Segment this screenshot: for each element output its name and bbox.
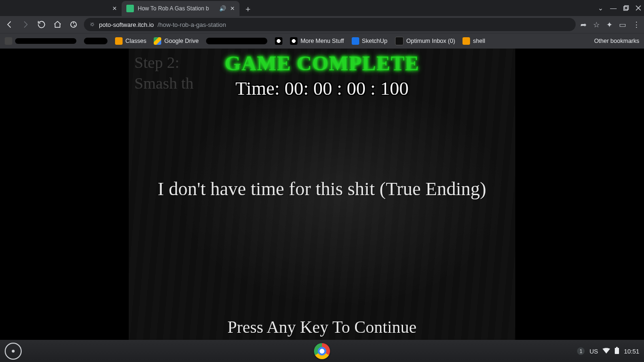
svg-rect-7 — [616, 347, 618, 348]
bookmark-label: Classes — [125, 38, 146, 44]
extensions-icon[interactable]: ✦ — [606, 20, 612, 29]
bookmark-item[interactable]: shell — [462, 37, 485, 45]
bookmark-item[interactable] — [275, 37, 282, 45]
wifi-icon[interactable] — [603, 348, 610, 355]
globe-icon — [290, 37, 297, 45]
bookmark-redacted[interactable] — [84, 38, 107, 44]
bookmark-favicon-icon — [352, 37, 359, 45]
bookmark-label: Google Drive — [164, 38, 198, 44]
bookmark-label: SketchUp — [362, 38, 388, 44]
google-search-icon[interactable] — [68, 19, 79, 30]
other-bookmarks-folder[interactable]: Other bookmarks — [591, 38, 639, 44]
side-panel-icon[interactable]: ▭ — [619, 20, 626, 29]
svg-line-6 — [74, 25, 75, 26]
launcher-button[interactable] — [5, 343, 22, 360]
bookmark-redacted[interactable] — [206, 38, 267, 44]
bookmark-item[interactable]: Classes — [115, 37, 146, 45]
bookmark-item[interactable]: Google Drive — [154, 37, 198, 45]
bookmark-label: More Menu Stuff — [300, 38, 344, 44]
svg-rect-0 — [624, 7, 627, 10]
battery-icon[interactable] — [615, 347, 619, 355]
bookmark-label: Optimum Inbox (0) — [406, 38, 455, 44]
svg-rect-1 — [625, 6, 628, 9]
tab-title: How To Rob A Gas Station b — [138, 5, 215, 12]
nav-back-button[interactable] — [4, 19, 15, 30]
press-any-key-prompt: Press Any Key To Continue — [129, 317, 515, 337]
bookmark-item[interactable]: SketchUp — [352, 37, 388, 45]
chromeos-shelf: 1 US 10:51 — [0, 340, 644, 362]
bookmarks-bar: Classes Google Drive More Menu Stuff Ske… — [0, 33, 644, 49]
globe-icon — [275, 37, 282, 45]
bookmark-item[interactable]: Optimum Inbox (0) — [395, 37, 455, 45]
bookmark-label: shell — [473, 38, 485, 44]
share-icon[interactable]: ➦ — [580, 20, 586, 29]
browser-toolbar: ⛭ poto-software.itch.io/how-to-rob-a-gas… — [0, 16, 644, 33]
bookmark-favicon-icon — [395, 37, 404, 45]
tab-search-icon[interactable]: ⌄ — [598, 4, 603, 12]
url-path: /how-to-rob-a-gas-station — [157, 21, 226, 28]
tab-favicon-icon — [126, 5, 134, 12]
game-timer: Time: 00: 00 : 00 : 100 — [129, 77, 515, 99]
browser-tab-inactive[interactable]: ✕ — [4, 1, 122, 16]
game-complete-heading: GAME COMPLETE — [129, 51, 515, 75]
bookmark-item[interactable]: More Menu Stuff — [290, 37, 344, 45]
notification-count-badge[interactable]: 1 — [577, 347, 585, 355]
shelf-apps — [314, 343, 330, 359]
ending-title: I don't have time for this shit (True En… — [129, 175, 515, 203]
bookmark-favicon-icon — [115, 37, 123, 45]
window-minimize-icon[interactable]: — — [610, 4, 617, 12]
address-bar[interactable]: ⛭ poto-software.itch.io/how-to-rob-a-gas… — [84, 18, 576, 31]
url-host: poto-software.itch.io — [99, 21, 154, 28]
window-restore-icon[interactable] — [623, 5, 629, 11]
window-close-icon[interactable] — [636, 5, 641, 11]
new-tab-button[interactable]: + — [241, 3, 255, 16]
keyboard-lang-indicator[interactable]: US — [589, 348, 598, 355]
tab-strip: ✕ How To Rob A Gas Station b 🔊 ✕ + ⌄ — — [0, 0, 644, 16]
tab-audio-icon[interactable]: 🔊 — [219, 5, 226, 12]
game-viewport[interactable]: Step 2: Smash th GAME COMPLETE Time: 00:… — [129, 49, 515, 340]
tab-close-icon[interactable]: ✕ — [112, 5, 117, 12]
nav-home-button[interactable] — [52, 19, 63, 30]
browser-menu-icon[interactable]: ⋮ — [633, 20, 640, 29]
window-controls: ⌄ — — [598, 0, 641, 16]
page-content: Step 2: Smash th GAME COMPLETE Time: 00:… — [0, 49, 644, 340]
nav-forward-button[interactable] — [20, 19, 31, 30]
bookmark-star-icon[interactable]: ☆ — [593, 20, 600, 29]
chrome-app-icon[interactable] — [314, 343, 330, 359]
other-bookmarks-label: Other bookmarks — [594, 38, 639, 44]
system-tray[interactable]: 1 US 10:51 — [577, 347, 639, 355]
bookmark-redacted[interactable] — [5, 37, 76, 45]
browser-tab-active[interactable]: How To Rob A Gas Station b 🔊 ✕ — [122, 1, 239, 16]
bookmark-favicon-icon — [462, 37, 470, 45]
nav-reload-button[interactable] — [36, 19, 47, 30]
tab-close-icon[interactable]: ✕ — [230, 5, 235, 12]
toolbar-actions: ➦ ☆ ✦ ▭ ⋮ — [580, 20, 640, 29]
svg-rect-8 — [615, 348, 619, 354]
clock[interactable]: 10:51 — [624, 348, 639, 355]
bookmark-favicon-icon — [154, 37, 161, 45]
site-info-icon[interactable]: ⛭ — [90, 21, 95, 28]
